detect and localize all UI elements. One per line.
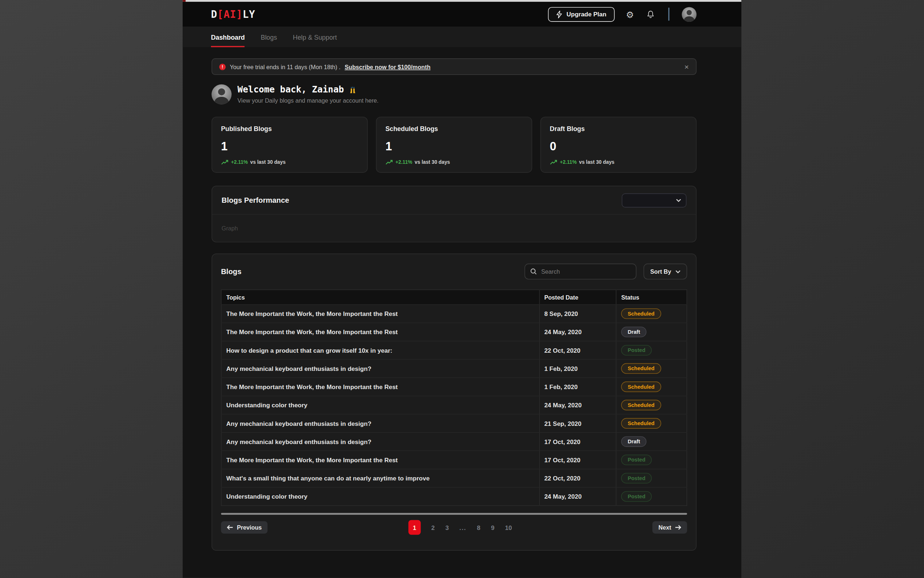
trend-up-icon bbox=[550, 159, 557, 165]
table-row[interactable]: Any mechanical keyboard enthusiasts in d… bbox=[221, 359, 687, 377]
blogs-title: Blogs bbox=[221, 268, 241, 276]
topic-cell: The More Important the Work, the More Im… bbox=[221, 451, 539, 469]
table-row[interactable]: The More Important the Work, the More Im… bbox=[221, 305, 687, 323]
table-row[interactable]: Understanding color theory 24 May, 2020 … bbox=[221, 396, 687, 414]
lightning-bolt-icon bbox=[557, 10, 562, 18]
table-row[interactable]: What's a small thing that anyone can do … bbox=[221, 469, 687, 487]
status-badge: Scheduled bbox=[621, 381, 661, 392]
performance-graph-area: Graph bbox=[212, 215, 696, 242]
close-icon[interactable]: × bbox=[684, 63, 689, 71]
pagination-ellipsis: ... bbox=[460, 524, 466, 531]
search-input[interactable] bbox=[541, 268, 631, 275]
settings-button[interactable]: ⚙ bbox=[625, 9, 635, 19]
status-badge: Scheduled bbox=[621, 308, 661, 319]
pagination-pages: 123...8910 bbox=[268, 520, 653, 535]
chevron-down-icon bbox=[675, 270, 681, 273]
logo-d: D bbox=[211, 8, 217, 20]
stat-value: 0 bbox=[550, 140, 687, 153]
previous-page-button[interactable]: Previous bbox=[221, 521, 267, 534]
nav-tab-help-support-label: Help & Support bbox=[293, 34, 337, 41]
stat-trend-note: vs last 30 days bbox=[250, 159, 286, 165]
welcome-text-block: Welcome back, Zainab View your Daily blo… bbox=[238, 84, 379, 104]
stat-footer: +2.11% vs last 30 days bbox=[550, 159, 687, 165]
status-cell: Posted bbox=[616, 487, 687, 506]
pagination: Previous 123...8910 Next bbox=[221, 520, 687, 535]
status-cell: Posted bbox=[616, 341, 687, 359]
table-row[interactable]: The More Important the Work, the More Im… bbox=[221, 323, 687, 341]
stat-footer: +2.11% vs last 30 days bbox=[385, 159, 523, 165]
stat-trend: +2.11% bbox=[560, 159, 576, 165]
search-icon bbox=[531, 268, 537, 275]
table-horizontal-scrollbar[interactable] bbox=[221, 513, 687, 515]
app-window: D[AI]LY Upgrade Plan ⚙ bbox=[183, 0, 741, 578]
status-badge: Draft bbox=[621, 326, 647, 338]
column-header-topics[interactable]: Topics bbox=[221, 290, 539, 304]
header-row: Topics Posted Date Status bbox=[221, 290, 687, 304]
posted-date-cell: 17 Oct, 2020 bbox=[539, 432, 616, 451]
column-header-posted-date[interactable]: Posted Date bbox=[539, 290, 616, 304]
main-nav: Dashboard Blogs Help & Support bbox=[183, 27, 741, 47]
subscribe-link[interactable]: Subscribe now for $100/month bbox=[345, 63, 430, 70]
posted-date-cell: 22 Oct, 2020 bbox=[539, 469, 616, 487]
status-badge: Posted bbox=[621, 454, 652, 465]
table-row[interactable]: Any mechanical keyboard enthusiasts in d… bbox=[221, 414, 687, 432]
topic-cell: Any mechanical keyboard enthusiasts in d… bbox=[221, 414, 539, 432]
nav-tab-dashboard[interactable]: Dashboard bbox=[211, 27, 245, 47]
bell-icon bbox=[646, 10, 655, 19]
blogs-header: Blogs Sort By bbox=[221, 263, 687, 279]
status-badge: Scheduled bbox=[621, 399, 661, 411]
notifications-button[interactable] bbox=[645, 9, 656, 19]
stat-title: Scheduled Blogs bbox=[385, 125, 523, 132]
column-header-status[interactable]: Status bbox=[616, 290, 687, 304]
status-cell: Scheduled bbox=[616, 305, 687, 323]
performance-range-select[interactable] bbox=[622, 193, 686, 208]
table-row[interactable]: Any mechanical keyboard enthusiasts in d… bbox=[221, 432, 687, 451]
status-cell: Scheduled bbox=[616, 396, 687, 414]
posted-date-cell: 22 Oct, 2020 bbox=[539, 341, 616, 359]
table-row[interactable]: The More Important the Work, the More Im… bbox=[221, 378, 687, 396]
topic-cell: Understanding color theory bbox=[221, 396, 539, 414]
raising-hands-emoji bbox=[348, 86, 357, 94]
alert-icon bbox=[219, 63, 226, 70]
search-box bbox=[524, 263, 637, 279]
table-row[interactable]: The More Important the Work, the More Im… bbox=[221, 451, 687, 469]
graph-placeholder: Graph bbox=[222, 225, 238, 232]
pagination-page-2[interactable]: 2 bbox=[432, 524, 435, 531]
blogs-panel: Blogs Sort By bbox=[212, 254, 697, 551]
stats-row: Published Blogs 1 +2.11% vs last 30 days… bbox=[212, 117, 697, 173]
table-row[interactable]: Understanding color theory 24 May, 2020 … bbox=[221, 487, 687, 506]
posted-date-cell: 24 May, 2020 bbox=[539, 487, 616, 506]
stat-title: Draft Blogs bbox=[550, 125, 687, 132]
blogs-table-body: The More Important the Work, the More Im… bbox=[221, 305, 687, 506]
nav-tab-help-support[interactable]: Help & Support bbox=[293, 27, 337, 47]
posted-date-cell: 1 Feb, 2020 bbox=[539, 378, 616, 396]
table-row[interactable]: How to design a product that can grow it… bbox=[221, 341, 687, 359]
sort-by-button[interactable]: Sort By bbox=[644, 263, 687, 279]
blogs-toolbar: Sort By bbox=[524, 263, 687, 279]
blogs-performance-panel: Blogs Performance Graph bbox=[212, 186, 697, 242]
performance-header: Blogs Performance bbox=[212, 186, 696, 215]
stat-trend: +2.11% bbox=[395, 159, 412, 165]
nav-tab-blogs[interactable]: Blogs bbox=[261, 27, 277, 47]
pagination-page-8[interactable]: 8 bbox=[477, 524, 480, 531]
pagination-page-9[interactable]: 9 bbox=[491, 524, 494, 531]
upgrade-plan-button[interactable]: Upgrade Plan bbox=[548, 7, 615, 21]
logo-ly: LY bbox=[243, 8, 256, 20]
pagination-page-3[interactable]: 3 bbox=[445, 524, 448, 531]
pagination-page-10[interactable]: 10 bbox=[505, 524, 512, 531]
welcome-subtitle: View your Daily blogs and manage your ac… bbox=[238, 97, 379, 104]
user-avatar[interactable] bbox=[682, 7, 696, 21]
trend-up-icon bbox=[221, 159, 228, 165]
app-logo[interactable]: D[AI]LY bbox=[211, 8, 256, 20]
pagination-page-1[interactable]: 1 bbox=[408, 520, 421, 535]
topic-cell: The More Important the Work, the More Im… bbox=[221, 323, 539, 341]
status-badge: Posted bbox=[621, 345, 652, 356]
status-badge: Posted bbox=[621, 473, 652, 484]
status-cell: Draft bbox=[616, 432, 687, 451]
stat-title: Published Blogs bbox=[221, 125, 358, 132]
topic-cell: Understanding color theory bbox=[221, 487, 539, 506]
posted-date-cell: 1 Feb, 2020 bbox=[539, 359, 616, 377]
next-page-button[interactable]: Next bbox=[653, 521, 687, 534]
next-label: Next bbox=[659, 524, 671, 531]
topic-cell: Any mechanical keyboard enthusiasts in d… bbox=[221, 432, 539, 451]
